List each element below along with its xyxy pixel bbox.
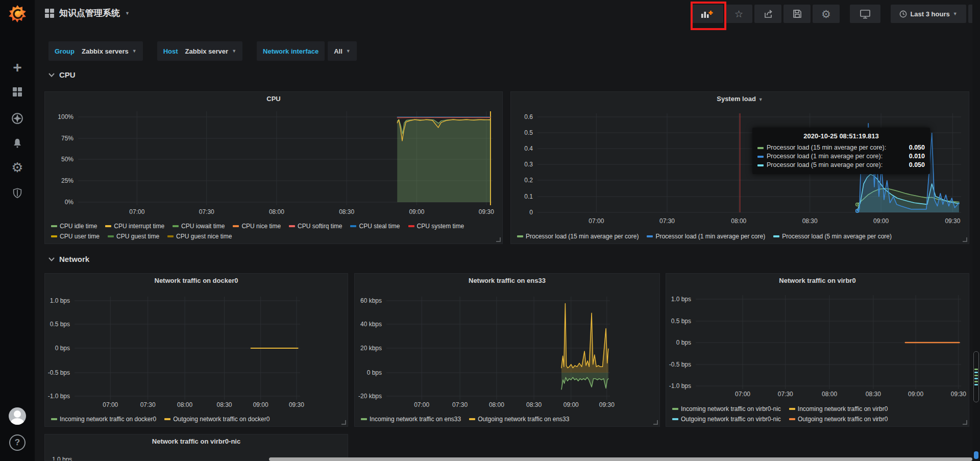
vertical-scrollbar[interactable] <box>972 0 980 461</box>
server-admin-shield-icon[interactable] <box>7 183 28 203</box>
cpu-legend: CPU idle timeCPU interrupt timeCPU iowai… <box>51 221 464 241</box>
svg-text:07:30: 07:30 <box>452 401 468 408</box>
svg-text:0%: 0% <box>65 199 74 206</box>
legend-label: Incoming network traffic on docker0 <box>60 414 156 424</box>
legend-item[interactable]: Processor load (1 min average per core) <box>647 231 765 241</box>
panel-title[interactable]: CPU <box>45 95 502 103</box>
ens33-legend: Incoming network traffic on ens33Outgoin… <box>361 414 569 424</box>
dashboard-settings-button[interactable]: ⚙ <box>813 5 840 23</box>
legend-item[interactable]: Incoming network traffic on ens33 <box>361 414 461 424</box>
legend-item[interactable]: CPU nice time <box>233 221 281 231</box>
legend-label: Outgoing network traffic on virbr0 <box>798 414 888 424</box>
legend-item[interactable]: Outgoing network traffic on ens33 <box>469 414 569 424</box>
panel-title[interactable]: Network traffic on virbr0 <box>666 277 969 284</box>
time-range-picker[interactable]: Last 3 hours ▼ <box>891 5 966 23</box>
vertical-scrollbar-thumb[interactable] <box>973 351 979 402</box>
alerting-bell-icon[interactable] <box>7 133 28 153</box>
add-panel-button[interactable] <box>691 5 723 23</box>
legend-item[interactable]: CPU iowait time <box>173 221 225 231</box>
svg-text:09:30: 09:30 <box>479 208 494 215</box>
legend-item[interactable]: Incoming network traffic on virbr0-nic <box>672 404 781 414</box>
svg-text:07:00: 07:00 <box>589 217 604 225</box>
legend-item[interactable]: Processor load (15 min average per core) <box>517 231 639 241</box>
top-navbar: 知识点管理系统 ▼ ☆ ⚙ Last 3 hours ▼ <box>35 0 980 28</box>
ens33-graph[interactable]: 60 kbps40 kbps20 kbps0 bps-20 kbps07:000… <box>355 274 660 427</box>
legend-item[interactable]: CPU system time <box>408 221 464 231</box>
legend-swatch <box>672 418 678 420</box>
scrollbar-marker <box>974 451 978 459</box>
configuration-gear-icon[interactable]: ⚙ <box>7 157 28 178</box>
svg-text:09:30: 09:30 <box>289 401 304 408</box>
chevron-down-icon: ▼ <box>953 11 958 16</box>
svg-text:-1.0 bps: -1.0 bps <box>48 393 70 400</box>
share-button[interactable] <box>754 5 781 23</box>
legend-item[interactable]: CPU softirq time <box>289 221 342 231</box>
legend-item[interactable]: CPU guest nice time <box>167 231 232 241</box>
svg-text:09:00: 09:00 <box>908 391 923 398</box>
legend-item[interactable]: CPU steal time <box>350 221 400 231</box>
svg-text:0: 0 <box>529 209 533 216</box>
row-header-network[interactable]: Network <box>48 255 89 263</box>
tv-mode-button[interactable] <box>850 5 880 23</box>
legend-item[interactable]: Outgoing network traffic on virbr0-nic <box>672 414 781 424</box>
create-icon[interactable]: + <box>7 57 28 78</box>
row-header-cpu[interactable]: CPU <box>48 70 76 79</box>
svg-text:0 bps: 0 bps <box>676 339 691 346</box>
legend-swatch <box>108 235 114 237</box>
panel-title[interactable]: Network traffic on docker0 <box>45 277 348 284</box>
legend-label: CPU steal time <box>359 221 400 231</box>
group-variable-dropdown[interactable]: Group Zabbix servers▼ <box>48 41 143 61</box>
chevron-down-icon <box>48 73 55 77</box>
virbr0-legend: Incoming network traffic on virbr0-nicIn… <box>672 404 888 424</box>
panel-title[interactable]: System load▼ <box>511 95 969 103</box>
help-icon[interactable]: ? <box>7 432 28 453</box>
svg-text:08:30: 08:30 <box>802 217 818 225</box>
panel-title[interactable]: Network traffic on virbr0-nic <box>45 438 348 445</box>
panel-resize-handle[interactable] <box>963 237 967 242</box>
legend-item[interactable]: Incoming network traffic on docker0 <box>51 414 156 424</box>
svg-text:09:30: 09:30 <box>951 391 966 398</box>
svg-text:08:00: 08:00 <box>489 401 504 408</box>
legend-swatch <box>233 225 239 227</box>
legend-item[interactable]: Outgoing network traffic on virbr0 <box>789 414 888 424</box>
docker0-graph[interactable]: 1.0 bps0.5 bps0 bps-0.5 bps-1.0 bps07:00… <box>45 274 348 427</box>
panel-resize-handle[interactable] <box>963 420 967 425</box>
legend-item[interactable]: Processor load (5 min average per core) <box>773 231 892 241</box>
save-button[interactable] <box>783 5 811 23</box>
svg-text:08:30: 08:30 <box>216 401 232 408</box>
legend-item[interactable]: Incoming network traffic on virbr0 <box>789 404 888 414</box>
legend-item[interactable]: CPU guest time <box>108 231 159 241</box>
panel-resize-handle[interactable] <box>341 420 346 425</box>
panel-resize-handle[interactable] <box>496 237 501 242</box>
star-button[interactable]: ☆ <box>725 5 752 23</box>
legend-swatch <box>647 235 653 237</box>
svg-text:08:30: 08:30 <box>339 208 354 215</box>
legend-swatch <box>173 225 179 227</box>
svg-text:08:30: 08:30 <box>526 401 542 408</box>
panel-title[interactable]: Network traffic on ens33 <box>355 277 659 284</box>
dashboards-icon[interactable] <box>7 82 28 102</box>
panel-resize-handle[interactable] <box>653 420 658 425</box>
explore-compass-icon[interactable] <box>7 108 28 129</box>
chevron-down-icon: ▼ <box>758 97 763 102</box>
svg-text:25%: 25% <box>61 177 74 184</box>
grafana-logo-icon[interactable] <box>8 4 27 23</box>
dashboard-title[interactable]: 知识点管理系统 ▼ <box>45 7 130 19</box>
svg-text:0 bps: 0 bps <box>55 345 70 352</box>
panel-system-load: System load▼ 0.60.50.40.30.20.1007:0007:… <box>510 91 969 244</box>
horizontal-scrollbar-thumb[interactable] <box>269 457 972 461</box>
netif-variable-dropdown[interactable]: All▼ <box>328 41 357 61</box>
svg-text:08:00: 08:00 <box>269 208 284 215</box>
svg-text:0.3: 0.3 <box>524 161 533 168</box>
legend-label: Incoming network traffic on virbr0-nic <box>681 404 781 414</box>
legend-item[interactable]: CPU interrupt time <box>105 221 164 231</box>
legend-item[interactable]: CPU idle time <box>51 221 97 231</box>
legend-item[interactable]: CPU user time <box>51 231 100 241</box>
svg-text:100%: 100% <box>58 113 74 120</box>
svg-text:1.0 bps: 1.0 bps <box>50 297 70 304</box>
legend-item[interactable]: Outgoing network traffic on docker0 <box>164 414 270 424</box>
host-variable-dropdown[interactable]: Host Zabbix server▼ <box>157 41 242 61</box>
sidebar: + ⚙ ? <box>0 0 35 461</box>
user-avatar[interactable] <box>7 406 28 426</box>
legend-swatch <box>789 408 795 410</box>
